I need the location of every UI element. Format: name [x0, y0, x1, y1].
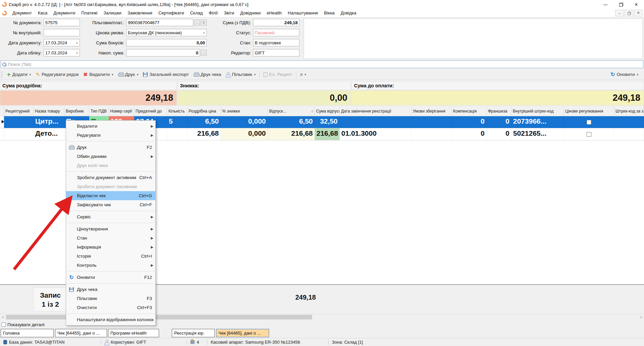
mdi-close-button[interactable]: ✕ — [634, 10, 643, 16]
context-menu-item-16[interactable]: Інформація▶ — [66, 243, 155, 252]
grid-column-header-valid[interactable]: Придатний до — [134, 107, 167, 116]
grid-cell-recipe[interactable] — [4, 128, 34, 140]
price-regulation-checkbox[interactable] — [587, 132, 591, 137]
grid-cell-recipe[interactable] — [4, 116, 34, 128]
context-menu-item-23[interactable]: ПільговикF3 — [66, 294, 155, 303]
bonus-sum-field[interactable]: 0,00 — [126, 39, 207, 46]
search-bar[interactable] — [1, 60, 643, 68]
menu-item-7[interactable]: Склад — [187, 9, 206, 17]
tab-registration[interactable]: Реєстрація юр. — [172, 329, 215, 337]
scroll-left-icon[interactable]: ‹ — [0, 314, 6, 320]
tab-receipt-64455[interactable]: Чек [64455], дані о ... — [55, 329, 107, 337]
grid-column-header-barcode[interactable]: Внутрішній штрих-код — [511, 107, 564, 116]
scroll-right-icon[interactable]: › — [638, 314, 644, 320]
menu-item-13[interactable]: Вікна — [321, 9, 338, 17]
context-menu-item-0[interactable]: Видалити▶ — [66, 122, 155, 131]
context-menu-item-22[interactable]: Друк чека — [66, 285, 155, 294]
mdi-minimize-button[interactable]: – — [615, 10, 624, 16]
grid-column-header-name[interactable]: Назва товару — [34, 107, 64, 116]
grid-column-header-price_reg[interactable]: Цінове регулювання — [564, 107, 614, 116]
menu-item-1[interactable]: Каса — [35, 9, 51, 17]
accum-sum-field[interactable]: 0 — [126, 49, 200, 56]
menu-item-5[interactable]: Замовлення — [125, 9, 155, 17]
grid-cell-retail[interactable]: 216,68 — [187, 128, 221, 140]
context-menu-item-14[interactable]: Ціноутворення▶ — [66, 224, 155, 233]
grid-cell-barcode[interactable]: 2073966... — [511, 116, 564, 128]
beneficiary-field[interactable] — [126, 19, 193, 26]
context-menu-item-17[interactable]: ІсторіяCtrl+I — [66, 252, 155, 261]
print-receipt-button[interactable]: Друк чека — [191, 71, 224, 78]
beneficiary-clear-button[interactable]: X — [201, 19, 207, 26]
minimize-button[interactable]: — — [598, 0, 613, 9]
grid-column-header-manufacturer[interactable]: Виробник — [64, 107, 89, 116]
edit-row-button[interactable]: ✎Редагувати рядок — [33, 70, 81, 79]
grid-column-header-default_barcode[interactable]: Штрих-код за замовчуван — [614, 107, 644, 116]
refresh-button[interactable]: ↻Оновити▾ — [608, 70, 641, 79]
grid-cell-qty[interactable]: 5 — [167, 116, 187, 128]
beneficiary-button[interactable]: Пільговик▾ — [224, 71, 258, 78]
price-regulation-checkbox[interactable] — [587, 120, 591, 125]
menu-item-8[interactable]: Філії — [206, 9, 221, 17]
scrollbar-thumb[interactable] — [6, 315, 312, 319]
grid-column-header-reg_end[interactable]: Дата закінчення реєстрації — [340, 107, 411, 116]
menu-item-6[interactable]: Сертифікати — [155, 9, 187, 17]
grid-cell-reg_end[interactable] — [340, 116, 411, 128]
price-condition-select[interactable]: Бонусная ДК (пенсионная)∨ — [126, 29, 207, 36]
grid-cell-release[interactable]: 216,68 — [268, 128, 315, 140]
menu-item-14[interactable]: Довідка — [338, 9, 359, 17]
doc-number-field[interactable] — [44, 19, 80, 26]
tab-main[interactable]: Головна — [1, 329, 54, 337]
grid-cell-release[interactable]: 6,50 — [268, 116, 315, 128]
grid-column-header-series[interactable]: Номер серії — [109, 107, 134, 116]
grid-column-header-indicator[interactable] — [0, 107, 4, 116]
context-menu-item-10[interactable]: Зафіксувати чекCtrl+F — [66, 200, 155, 209]
grid-column-header-storage[interactable]: Умови зберігання — [411, 107, 452, 116]
menu-item-2[interactable]: Документи — [50, 9, 78, 17]
restore-button[interactable] — [613, 0, 629, 9]
beneficiary-more-button[interactable]: ... — [194, 19, 200, 26]
e-recipe-button[interactable]: Ел. Рецепт — [261, 71, 295, 78]
menu-item-10[interactable]: Довідники — [237, 9, 264, 17]
grid-column-header-compensation[interactable]: Компенсація — [452, 107, 487, 116]
context-menu-item-24[interactable]: ОчиститиCtrl+F3 — [66, 303, 155, 312]
grid-column-header-discount[interactable]: % знижки — [221, 107, 268, 116]
grid-cell-discount[interactable]: 0,000 — [221, 116, 268, 128]
grid-cell-default_barcode[interactable] — [614, 116, 644, 128]
grid-cell-reg_end[interactable]: 01.01.3000 — [340, 128, 411, 140]
grid-cell-default_barcode[interactable] — [614, 128, 644, 140]
context-menu-item-3[interactable]: ДрукF2 — [66, 143, 155, 152]
grid-cell-indicator[interactable] — [0, 128, 4, 140]
context-menu-item-20[interactable]: ↻ОновитиF12 — [66, 273, 155, 282]
grid-cell-price_reg[interactable] — [564, 116, 614, 128]
grid-column-header-franchise[interactable]: Франшиза — [487, 107, 511, 116]
menu-item-4[interactable]: Залишки — [101, 9, 125, 17]
close-button[interactable]: ✕ — [629, 0, 644, 9]
export-button[interactable]: Загальний експорт — [141, 71, 191, 78]
grid-column-header-release[interactable]: Відпуск...△ — [268, 107, 315, 116]
accum-sum-more-button[interactable]: ... — [201, 50, 207, 56]
grid-cell-storage[interactable] — [411, 128, 452, 140]
grid-column-header-qty[interactable]: Кількість — [167, 107, 187, 116]
show-details-checkbox[interactable] — [1, 322, 6, 327]
grid-cell-franchise[interactable]: 0 — [487, 128, 511, 140]
grid-column-header-recipe[interactable]: Рецептурний — [4, 107, 34, 116]
grid-cell-name[interactable]: Цитр... — [34, 116, 64, 128]
context-menu-item-18[interactable]: Контроль▶ — [66, 261, 155, 270]
doc-date-select[interactable]: 17.03.2024∨ — [44, 39, 80, 46]
list-options-button[interactable]: ≡▾ — [298, 71, 309, 79]
search-input[interactable] — [8, 62, 643, 67]
context-menu-item-15[interactable]: Стан▶ — [66, 233, 155, 243]
tab-ehealth-programs[interactable]: Програми eHealth — [108, 329, 159, 337]
internal-number-field[interactable] — [44, 29, 80, 36]
menu-item-11[interactable]: eHealth — [264, 9, 285, 17]
grid-cell-sum[interactable]: 216,68 — [315, 128, 340, 140]
tab-receipt-64465[interactable]: Чек [64465], дані о ... — [216, 329, 269, 337]
current-row-pointer-icon[interactable]: ▶ — [0, 116, 4, 128]
delete-button[interactable]: ✖Видалити▾ — [81, 70, 115, 79]
context-menu-item-4[interactable]: Обмін даними▶ — [66, 152, 155, 161]
account-date-select[interactable]: 17.03.2024∨ — [44, 49, 80, 56]
mdi-restore-button[interactable] — [625, 10, 633, 16]
grid-cell-sum[interactable]: 32,50 — [315, 116, 340, 128]
print-button[interactable]: Друк▾ — [116, 71, 141, 78]
grid-cell-discount[interactable]: 0,000 — [221, 128, 268, 140]
